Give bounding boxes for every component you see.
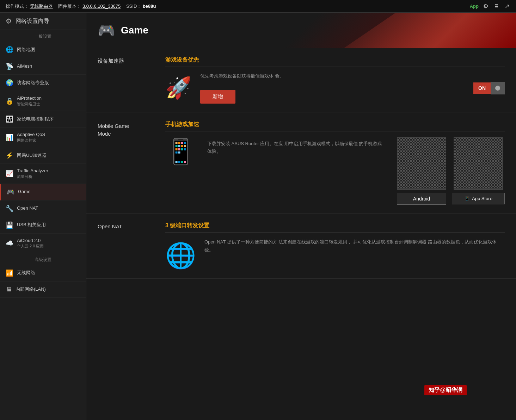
share-icon[interactable]: ↗ [503, 3, 510, 10]
sidebar-item-network-wizard[interactable]: ⚙ 网络设置向导 [0, 13, 86, 30]
mode-label: 操作模式： [6, 4, 29, 9]
watermark: 知乎@昭华润 [424, 385, 467, 395]
wizard-icon: ⚙ [6, 17, 12, 25]
open-nat-title: 3 级端口转发设置 [165, 222, 505, 233]
main-layout: ⚙ 网络设置向导 一般设置 🌐 网络地图 📡 AiMesh 🌍 访客网络专业版 … [0, 13, 516, 420]
sidebar-item-label: 网易UU加速器 [17, 153, 47, 159]
sidebar-item-label: Traffic Analyzer 流量分析 [17, 168, 48, 179]
device-accel-content: 游戏设备优先 🚀 优先考虑游戏设备以获得最佳游戏体 验。 新增 ON [165, 56, 505, 104]
sidebar-item-label: 访客网络专业版 [17, 80, 49, 86]
ssid-value: be88u [143, 4, 156, 9]
fw-label: 固件版本： [58, 4, 81, 9]
mobile-game-title: 手机游戏加速 [165, 121, 505, 131]
top-bar-right: App ⚙ 🖥 ↗ [470, 3, 510, 10]
ssid-label: SSID： [126, 4, 141, 9]
sidebar-section-advanced: 高级设置 [0, 253, 86, 265]
lan-icon: 🖥 [6, 286, 12, 293]
mobile-desc: 下载并安装 ASUS Router 应用。在应 用中启用手机游戏模式，以确保最佳… [207, 137, 386, 155]
device-accel-inner-row: 🚀 优先考虑游戏设备以获得最佳游戏体 验。 新增 ON [165, 73, 505, 104]
mobile-game-row: Mobile GameMode 手机游戏加速 📱 下载并安装 ASUS Rout… [98, 121, 505, 205]
nat-icon: 🔧 [6, 205, 13, 212]
appstore-label: App Store [472, 196, 492, 201]
guest-icon: 🌍 [6, 79, 13, 87]
gear-icon[interactable]: ⚙ [482, 3, 489, 10]
mobile-game-label: Mobile GameMode [98, 121, 154, 138]
aimesh-icon: 📡 [6, 62, 13, 70]
mobile-game-section: Mobile GameMode 手机游戏加速 📱 下载并安装 ASUS Rout… [86, 112, 516, 214]
uu-icon: ⚡ [6, 152, 13, 159]
sidebar-item-label: AiProtection 智能网络卫士 [17, 95, 42, 106]
sidebar-item-label: AiCloud 2.0 个人云 2.0 应用 [17, 238, 44, 249]
device-accelerator-section: 设备加速器 游戏设备优先 🚀 优先考虑游戏设备以获得最佳游戏体 验。 新增 ON [86, 48, 516, 112]
sidebar-item-aiprotection[interactable]: 🔒 AiProtection 智能网络卫士 [0, 91, 86, 111]
sidebar-item-label: 内部网络(LAN) [16, 286, 46, 292]
sidebar-item-label: 无线网络 [17, 270, 35, 276]
qr-android-block: Android [397, 137, 446, 205]
sidebar-item-traffic-analyzer[interactable]: 📈 Traffic Analyzer 流量分析 [0, 164, 86, 184]
wireless-icon: 📶 [6, 269, 13, 277]
app-label: App [470, 4, 479, 9]
qr-android-image [397, 137, 446, 190]
mobile-section-inner: 📱 下载并安装 ASUS Router 应用。在应 用中启用手机游戏模式，以确保… [165, 137, 505, 205]
cloud-icon: ☁️ [6, 239, 13, 247]
open-nat-inner: 🌐 Open NAT 提供了一种方便简捷的方 法来创建在线游戏的端口转发规则， … [165, 238, 505, 270]
sidebar-item-label: Open NAT [17, 205, 38, 211]
mobile-phone-icon: 📱 [165, 137, 196, 166]
device-accel-label: 设备加速器 [98, 56, 154, 64]
sidebar-item-game[interactable]: 🎮 Game [0, 184, 86, 200]
device-accel-right: 优先考虑游戏设备以获得最佳游戏体 验。 新增 [200, 73, 465, 104]
open-nat-icon: 🌐 [165, 241, 196, 270]
sidebar-item-network-map[interactable]: 🌐 网络地图 [0, 42, 86, 58]
mode-value: 无线路由器 [30, 4, 53, 9]
sidebar-item-label-wizard: 网络设置向导 [16, 18, 49, 25]
page-header-icon: 🎮 [98, 22, 115, 39]
sidebar-item-label: AiMesh [17, 63, 32, 69]
qr-appstore-image [454, 137, 503, 190]
fw-value: 3.0.0.6.102_33675 [82, 4, 121, 9]
sidebar-item-usb[interactable]: 💾 USB 相关应用 [0, 217, 86, 234]
sidebar-item-adaptive-qos[interactable]: 📊 Adaptive QoS 网络监控家 [0, 128, 86, 147]
sidebar-item-open-nat[interactable]: 🔧 Open NAT [0, 200, 86, 217]
network-map-icon: 🌐 [6, 46, 13, 54]
toggle-off-area[interactable] [491, 82, 505, 94]
traffic-icon: 📈 [6, 170, 13, 178]
sidebar-item-label: USB 相关应用 [17, 222, 46, 228]
sidebar-item-guest-network[interactable]: 🌍 访客网络专业版 [0, 75, 86, 91]
qr-container: Android 📱 App Store [397, 137, 505, 205]
mobile-game-content: 手机游戏加速 📱 下载并安装 ASUS Router 应用。在应 用中启用手机游… [165, 121, 505, 205]
sidebar-item-parental[interactable]: 👨‍👩‍👧 家长电脑控制程序 [0, 111, 86, 128]
add-device-button[interactable]: 新增 [200, 90, 235, 104]
toggle-on-label: ON [473, 82, 491, 94]
top-bar: 操作模式： 无线路由器 固件版本： 3.0.0.6.102_33675 SSID… [0, 0, 516, 13]
sidebar-item-label: 家长电脑控制程序 [17, 116, 54, 122]
sidebar-section-general: 一般设置 [0, 30, 86, 42]
qos-icon: 📊 [6, 134, 13, 141]
monitor-icon[interactable]: 🖥 [493, 3, 500, 10]
usb-icon: 💾 [6, 221, 13, 229]
sidebar-item-aimesh[interactable]: 📡 AiMesh [0, 58, 86, 75]
sidebar-item-wireless[interactable]: 📶 无线网络 [0, 265, 86, 282]
device-accelerator-row: 设备加速器 游戏设备优先 🚀 优先考虑游戏设备以获得最佳游戏体 验。 新增 ON [98, 56, 505, 104]
sidebar-item-lan[interactable]: 🖥 内部网络(LAN) [0, 282, 86, 298]
sidebar-item-uu-accelerator[interactable]: ⚡ 网易UU加速器 [0, 147, 86, 164]
game-icon: 🎮 [7, 188, 14, 196]
device-accel-title: 游戏设备优先 [165, 56, 505, 67]
open-nat-row: Open NAT 3 级端口转发设置 🌐 Open NAT 提供了一种方便简捷的… [98, 222, 505, 270]
device-accel-desc: 优先考虑游戏设备以获得最佳游戏体 验。 [200, 73, 465, 80]
top-bar-info: 操作模式： 无线路由器 固件版本： 3.0.0.6.102_33675 SSID… [6, 3, 470, 10]
sidebar-item-label: Adaptive QoS 网络监控家 [17, 132, 45, 143]
page-title: Game [121, 25, 148, 36]
sidebar-item-aicloud[interactable]: ☁️ AiCloud 2.0 个人云 2.0 应用 [0, 234, 86, 253]
game-boost-icon: 🚀 [165, 75, 192, 100]
toggle-container[interactable]: ON [473, 82, 505, 94]
toggle-circle [495, 86, 500, 91]
content-area: 🎮 Game 设备加速器 游戏设备优先 🚀 优先考虑游戏设备以获得最佳游戏体 验… [86, 13, 516, 420]
appstore-button[interactable]: 📱 App Store [452, 193, 505, 204]
open-nat-label: Open NAT [98, 222, 154, 229]
android-button[interactable]: Android [397, 193, 446, 205]
open-nat-desc: Open NAT 提供了一种方便简捷的方 法来创建在线游戏的端口转发规则， 并可… [204, 238, 505, 254]
qr-appstore-block: 📱 App Store [452, 137, 505, 205]
open-nat-content: 3 级端口转发设置 🌐 Open NAT 提供了一种方便简捷的方 法来创建在线游… [165, 222, 505, 270]
open-nat-section: Open NAT 3 级端口转发设置 🌐 Open NAT 提供了一种方便简捷的… [86, 214, 516, 279]
protection-icon: 🔒 [6, 97, 13, 105]
